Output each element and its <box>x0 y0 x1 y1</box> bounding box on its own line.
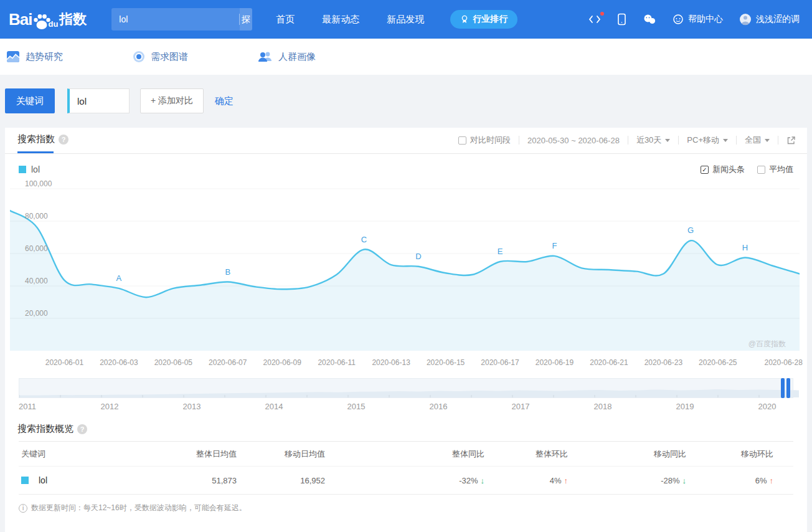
col-keyword: 关键词 <box>19 449 191 460</box>
series-area <box>10 211 800 351</box>
top-navigation-bar: Bai du 指数 探索 首页 最新动态 新品发现 行业排行 <box>0 0 812 39</box>
time-range-value: 近30天 <box>636 135 661 146</box>
keyword-bar: 关键词 + 添加对比 确定 <box>5 88 812 113</box>
x-axis-label: 2020-06-25 <box>699 358 737 367</box>
news-marker-D[interactable]: D <box>415 252 421 261</box>
timeline-year-2020: 2020 <box>758 402 777 411</box>
overview-title: 搜索指数概览 <box>17 423 73 435</box>
timeline-year-2011: 2011 <box>19 402 36 411</box>
logo-text-du: du <box>48 19 58 29</box>
timeline-handle-left[interactable] <box>781 378 785 398</box>
tab-trend-research[interactable]: 趋势研究 <box>6 50 63 63</box>
average-label: 平均值 <box>769 164 793 175</box>
news-marker-H[interactable]: H <box>742 243 748 252</box>
mobile-mom-value: 6%↑ <box>687 476 775 485</box>
y-axis-label: 100,000 <box>25 179 52 188</box>
nav-latest-news[interactable]: 最新动态 <box>322 14 359 26</box>
user-account[interactable]: 浅浅涩的调 <box>739 13 800 26</box>
watermark: @百度指数 <box>748 339 786 349</box>
baidu-index-logo[interactable]: Bai du 指数 <box>9 10 87 29</box>
news-marker-A[interactable]: A <box>116 273 122 283</box>
keyword-input[interactable] <box>70 96 129 107</box>
x-axis-label: 2020-06-19 <box>536 358 574 367</box>
news-headlines-checkbox[interactable]: ✓ 新闻头条 <box>701 164 745 175</box>
compare-checkbox-box[interactable] <box>458 136 466 145</box>
tab-demand-graph-label: 需求图谱 <box>151 51 188 63</box>
api-code-icon[interactable] <box>588 14 601 24</box>
date-range-picker[interactable]: 2020-05-30 ~ 2020-06-28 <box>527 136 620 145</box>
timeline-handle-right[interactable] <box>786 378 790 398</box>
timeline-year-2016: 2016 <box>430 402 448 411</box>
industry-ranking-button[interactable]: 行业排行 <box>450 10 517 29</box>
timeline-track[interactable] <box>19 378 793 398</box>
region-select[interactable]: 全国 <box>745 135 770 146</box>
increase-arrow-icon: ↑ <box>770 476 774 485</box>
confirm-link[interactable]: 确定 <box>215 95 234 107</box>
nav-home[interactable]: 首页 <box>276 14 295 26</box>
header-search-box: 探索 <box>111 8 252 31</box>
filter-divider <box>778 136 778 145</box>
keyword-value: lol <box>39 475 47 485</box>
compare-period-checkbox[interactable]: 对比时间段 <box>458 135 511 146</box>
timeline-year-2018: 2018 <box>594 402 612 411</box>
module-tabs: 趋势研究 需求图谱 人群画像 <box>0 39 812 75</box>
timeline-mini-area <box>19 389 799 397</box>
series-color-swatch <box>21 477 29 484</box>
news-marker-E[interactable]: E <box>498 247 503 256</box>
mobile-app-icon[interactable] <box>617 13 626 26</box>
logo-text-bai: Bai <box>9 10 32 29</box>
time-range-select[interactable]: 近30天 <box>636 135 670 146</box>
overall-avg-value: 51,873 <box>191 476 238 485</box>
x-axis-label: 2020-06-13 <box>372 358 410 367</box>
trend-chart[interactable]: ABCDEFGH @百度指数 100,00080,00060,00040,000… <box>10 188 790 352</box>
news-checkbox-box[interactable]: ✓ <box>701 166 709 174</box>
tab-audience-profile[interactable]: 人群画像 <box>258 50 316 63</box>
tab-demand-graph[interactable]: 需求图谱 <box>133 50 188 63</box>
filter-divider <box>628 136 628 145</box>
keyword-button[interactable]: 关键词 <box>5 88 55 113</box>
average-checkbox-box[interactable] <box>757 166 765 174</box>
mobile-yoy-value: -28%↓ <box>569 476 687 485</box>
tab-search-index[interactable]: 搜索指数 ? <box>17 133 68 145</box>
help-question-icon[interactable]: ? <box>59 135 68 145</box>
series-color-swatch <box>19 166 26 173</box>
search-input[interactable] <box>111 8 239 31</box>
region-value: 全国 <box>745 135 761 146</box>
legend-series-label[interactable]: lol <box>31 164 40 174</box>
x-axis-label: 2020-06-07 <box>209 358 247 367</box>
top-right-tools: 帮助中心 浅浅涩的调 <box>588 13 800 26</box>
news-marker-G[interactable]: G <box>687 226 694 235</box>
increase-arrow-icon: ↑ <box>564 476 569 485</box>
col-overall-yoy: 整体同比 <box>326 449 486 460</box>
timeline-mini-chart <box>19 379 799 397</box>
search-button[interactable]: 探索 <box>240 8 253 31</box>
overview-help-icon[interactable]: ? <box>77 424 87 434</box>
filter-divider <box>519 136 519 145</box>
x-axis-labels: 2020-06-012020-06-032020-06-052020-06-07… <box>10 356 790 371</box>
legend-row: lol ✓ 新闻头条 平均值 <box>19 164 793 175</box>
news-marker-C[interactable]: C <box>361 235 367 244</box>
device-select[interactable]: PC+移动 <box>687 135 728 146</box>
wechat-icon[interactable] <box>643 14 656 25</box>
export-icon[interactable] <box>786 136 796 145</box>
timeline-year-2019: 2019 <box>676 402 694 411</box>
news-marker-B[interactable]: B <box>225 267 230 277</box>
trend-chart-svg[interactable]: ABCDEFGH <box>10 188 800 352</box>
timeline-year-2013: 2013 <box>183 402 201 411</box>
compare-period-label: 对比时间段 <box>470 135 511 146</box>
average-checkbox[interactable]: 平均值 <box>757 164 793 175</box>
add-compare-button[interactable]: + 添加对比 <box>140 88 204 113</box>
logo-text-zhishu: 指数 <box>59 10 87 29</box>
filter-divider <box>736 136 737 145</box>
search-index-card: 搜索指数 ? 对比时间段 2020-05-30 ~ 2020-06-28 近30… <box>5 128 807 532</box>
keyword-input-wrap <box>67 88 130 113</box>
nav-new-products[interactable]: 新品发现 <box>387 14 424 26</box>
help-center-link[interactable]: 帮助中心 <box>673 14 723 25</box>
overview-title-row: 搜索指数概览 ? <box>17 423 793 435</box>
keyword-cell[interactable]: lol <box>19 475 191 485</box>
chevron-down-icon <box>723 139 728 142</box>
news-marker-F[interactable]: F <box>552 241 557 250</box>
x-axis-label: 2020-06-15 <box>427 358 465 367</box>
col-overall-mom: 整体环比 <box>486 449 569 460</box>
col-overall-avg: 整体日均值 <box>191 449 238 460</box>
